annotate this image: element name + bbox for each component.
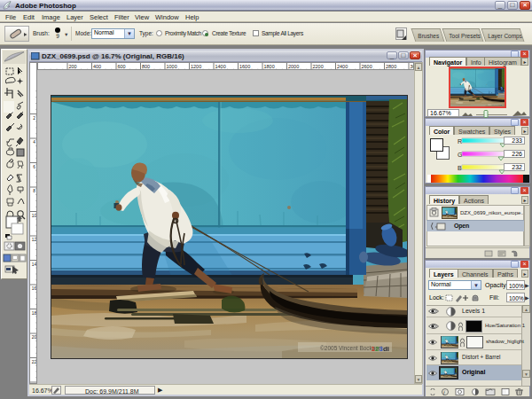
svg-text:16: 16	[32, 286, 37, 291]
svg-text:1400: 1400	[215, 64, 226, 69]
svg-text:800: 800	[142, 64, 150, 69]
svg-text:R: R	[458, 138, 462, 145]
svg-text:1800: 1800	[264, 64, 275, 69]
svg-text:2400: 2400	[337, 64, 348, 69]
svg-text:2800: 2800	[386, 64, 396, 69]
svg-text:2000: 2000	[288, 64, 299, 69]
svg-text:1600: 1600	[239, 64, 250, 69]
svg-text:1000: 1000	[167, 64, 177, 69]
svg-text:14: 14	[32, 262, 37, 267]
svg-text:600: 600	[118, 64, 126, 69]
svg-text:2200: 2200	[313, 64, 324, 69]
svg-text:200: 200	[69, 64, 77, 69]
svg-text:B: B	[458, 165, 462, 171]
svg-text:8: 8	[33, 189, 35, 193]
svg-text:1200: 1200	[191, 64, 201, 69]
svg-text:22: 22	[32, 360, 37, 364]
svg-text:12: 12	[32, 238, 37, 242]
svg-text:10: 10	[32, 214, 37, 218]
svg-text:4: 4	[33, 140, 35, 145]
svg-text:2: 2	[33, 116, 35, 121]
svg-text:2600: 2600	[362, 64, 372, 69]
svg-text:20: 20	[32, 335, 37, 340]
svg-text:G: G	[458, 152, 462, 158]
svg-text:400: 400	[93, 64, 101, 69]
svg-text:f: f	[443, 390, 446, 395]
svg-text:18: 18	[32, 311, 37, 316]
svg-text:6: 6	[33, 165, 35, 169]
